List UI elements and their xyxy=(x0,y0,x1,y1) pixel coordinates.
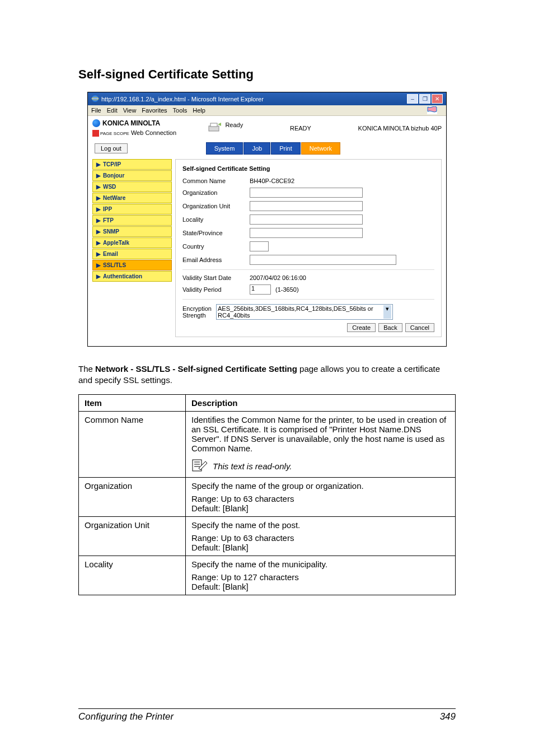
sidebar-item-label: SNMP xyxy=(103,228,119,235)
organization-unit-label: Organization Unit xyxy=(182,203,250,209)
model-label: KONICA MINOLTA bizhub 40P xyxy=(358,125,442,132)
close-button[interactable]: ✕ xyxy=(432,94,443,104)
sidebar-item-label: FTP xyxy=(103,217,114,223)
ie-flag-icon xyxy=(427,106,437,114)
sidebar-item-label: NetWare xyxy=(103,195,125,201)
table-row: OrganizationSpecify the name of the grou… xyxy=(79,477,456,516)
default-text: Default: [Blank] xyxy=(191,503,449,513)
screenshot-window: http://192.168.1.2/a_index.html - Micros… xyxy=(87,92,447,347)
sidebar-item-ftp[interactable]: ▶FTP xyxy=(92,215,172,226)
th-description: Description xyxy=(186,394,456,411)
table-row: Organization UnitSpecify the name of the… xyxy=(79,516,456,556)
menu-file[interactable]: File xyxy=(91,107,101,114)
tab-job[interactable]: Job xyxy=(243,142,270,155)
sidebar-item-label: Email xyxy=(103,251,118,257)
cell-description: Specify the name of the post.Range: Up t… xyxy=(186,516,456,556)
desc-text: Specify the name of the group or organiz… xyxy=(191,481,449,491)
sidebar-item-ssl-tls[interactable]: ▶SSL/TLS xyxy=(92,260,172,270)
sidebar-item-authentication[interactable]: ▶Authentication xyxy=(92,271,172,282)
triangle-icon: ▶ xyxy=(96,195,101,201)
validity-start-label: Validity Start Date xyxy=(182,274,250,281)
triangle-icon: ▶ xyxy=(96,184,101,190)
email-input[interactable] xyxy=(250,255,396,265)
locality-input[interactable] xyxy=(250,214,363,225)
page-heading: Self-signed Certificate Setting xyxy=(78,67,456,82)
sidebar-item-snmp[interactable]: ▶SNMP xyxy=(92,226,172,237)
tab-print[interactable]: Print xyxy=(271,142,301,155)
pagescope-text: Web Connection xyxy=(131,129,176,136)
ready-status: READY xyxy=(243,125,358,132)
sidebar-item-label: TCP/IP xyxy=(103,161,121,167)
footer-left: Configuring the Printer xyxy=(78,711,440,722)
page-number: 349 xyxy=(440,711,456,722)
maximize-button[interactable]: ❐ xyxy=(419,94,430,104)
state-input[interactable] xyxy=(250,228,363,238)
encryption-select[interactable]: AES_256bits,3DES_168bits,RC4_128bits,DES… xyxy=(216,304,393,320)
menu-bar: File Edit View Favorites Tools Help xyxy=(88,105,446,116)
encryption-label: Encryption Strength xyxy=(182,305,216,319)
back-button[interactable]: Back xyxy=(378,323,402,332)
menu-favorites[interactable]: Favorites xyxy=(142,107,167,114)
sidebar: ▶TCP/IP▶Bonjour▶WSD▶NetWare▶IPP▶FTP▶SNMP… xyxy=(92,159,172,337)
validity-period-input[interactable]: 1 xyxy=(250,284,271,295)
svg-rect-4 xyxy=(210,123,217,127)
ready-label: Ready xyxy=(225,122,243,128)
sidebar-item-wsd[interactable]: ▶WSD xyxy=(92,181,172,192)
create-button[interactable]: Create xyxy=(347,323,376,332)
cell-description: Specify the name of the municipality.Ran… xyxy=(186,556,456,595)
locality-label: Locality xyxy=(182,216,250,223)
th-item: Item xyxy=(79,394,186,411)
brand-name: KONICA MINOLTA xyxy=(102,119,160,127)
menu-view[interactable]: View xyxy=(123,107,137,114)
sidebar-item-label: Authentication xyxy=(103,273,142,279)
brand-circle-icon xyxy=(92,119,100,127)
menu-tools[interactable]: Tools xyxy=(173,107,188,114)
common-name-label: Common Name xyxy=(182,178,250,184)
menu-edit[interactable]: Edit xyxy=(107,107,118,114)
sidebar-item-bonjour[interactable]: ▶Bonjour xyxy=(92,170,172,181)
table-row: LocalitySpecify the name of the municipa… xyxy=(79,556,456,595)
desc-text: Specify the name of the post. xyxy=(191,520,449,530)
cell-description: Identifies the Common Name for the print… xyxy=(186,411,456,477)
pagescope-swatch-icon xyxy=(92,130,99,137)
triangle-icon: ▶ xyxy=(96,228,101,235)
triangle-icon: ▶ xyxy=(96,273,101,279)
sidebar-item-appletalk[interactable]: ▶AppleTalk xyxy=(92,237,172,248)
cell-item: Organization xyxy=(79,477,186,516)
intro-paragraph: The Network - SSL/TLS - Self-signed Cert… xyxy=(78,363,456,386)
sidebar-item-email[interactable]: ▶Email xyxy=(92,249,172,259)
cell-description: Specify the name of the group or organiz… xyxy=(186,477,456,516)
menu-help[interactable]: Help xyxy=(193,107,205,114)
pagescope-prefix: PAGE SCOPE xyxy=(100,131,129,136)
organization-input[interactable] xyxy=(250,188,363,198)
country-input[interactable] xyxy=(250,241,269,251)
cancel-button[interactable]: Cancel xyxy=(405,323,434,332)
state-label: State/Province xyxy=(182,230,250,236)
minimize-button[interactable]: – xyxy=(407,94,418,104)
range-text: Range: Up to 63 characters xyxy=(191,494,449,503)
tab-system[interactable]: System xyxy=(206,142,243,155)
email-label: Email Address xyxy=(182,256,250,263)
sidebar-item-netware[interactable]: ▶NetWare xyxy=(92,193,172,203)
tab-network[interactable]: Network xyxy=(301,142,340,155)
main-panel: Self-signed Certificate Setting Common N… xyxy=(175,159,442,337)
logout-button[interactable]: Log out xyxy=(95,143,128,153)
sidebar-item-ipp[interactable]: ▶IPP xyxy=(92,204,172,214)
sidebar-item-label: WSD xyxy=(103,184,116,190)
note-icon xyxy=(191,459,208,474)
validity-start-value: 2007/04/02 06:16:00 xyxy=(250,274,306,281)
note-text: This text is read-only. xyxy=(213,461,292,471)
chevron-down-icon: ▾ xyxy=(383,305,391,319)
triangle-icon: ▶ xyxy=(96,217,101,223)
encryption-value: AES_256bits,3DES_168bits,RC4_128bits,DES… xyxy=(218,305,383,319)
default-text: Default: [Blank] xyxy=(191,543,449,552)
sidebar-item-tcp-ip[interactable]: ▶TCP/IP xyxy=(92,159,172,170)
triangle-icon: ▶ xyxy=(96,172,101,179)
page-footer: Configuring the Printer 349 xyxy=(78,708,456,722)
panel-title: Self-signed Certificate Setting xyxy=(182,165,434,172)
organization-unit-input[interactable] xyxy=(250,201,363,211)
default-text: Default: [Blank] xyxy=(191,582,449,591)
intro-bold: Network - SSL/TLS - Self-signed Certific… xyxy=(95,364,297,374)
desc-text: Identifies the Common Name for the print… xyxy=(191,415,449,453)
sidebar-item-label: AppleTalk xyxy=(103,240,129,246)
